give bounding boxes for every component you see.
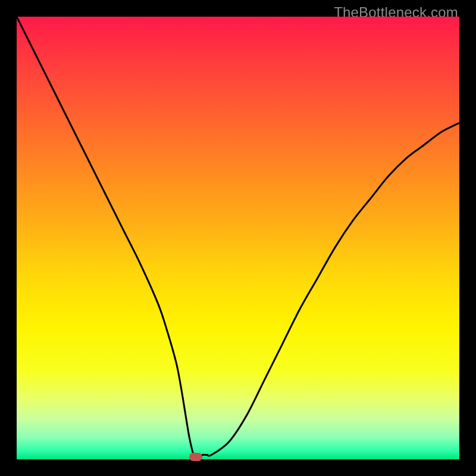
minimum-marker bbox=[189, 453, 202, 461]
plot-area bbox=[17, 17, 459, 459]
curve-path bbox=[17, 17, 459, 458]
bottleneck-curve bbox=[17, 17, 459, 459]
chart-frame: TheBottleneck.com bbox=[0, 0, 476, 476]
